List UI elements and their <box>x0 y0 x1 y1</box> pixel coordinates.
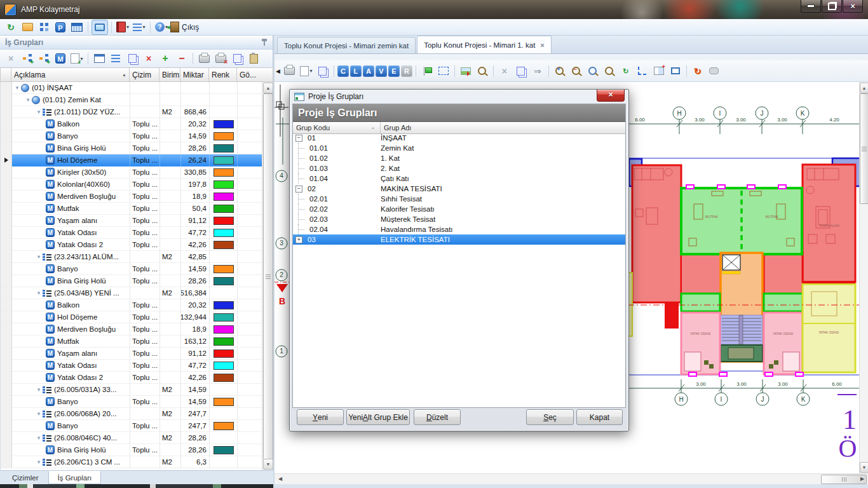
cad-delete-button[interactable]: × <box>497 64 512 78</box>
row-selector[interactable] <box>1 203 12 215</box>
dialog-column-grup-kodu[interactable]: Grup Kodu▲ <box>293 122 381 133</box>
paste-special-button[interactable]: ▾ <box>69 51 85 65</box>
table-row[interactable]: MBalkonToplu ...20,32 <box>1 118 262 130</box>
table-row[interactable]: MYatak OdasıToplu ...47,72 <box>1 227 262 239</box>
table-row[interactable]: MBina Giriş HolüToplu ...28,26 <box>1 142 262 154</box>
image-export-button[interactable] <box>458 64 473 78</box>
zoom-out-button[interactable] <box>569 64 584 78</box>
table-row[interactable]: ▾(23.243/11) ALÜM...M242,85 <box>1 251 262 263</box>
kapat-button[interactable]: Kapat <box>576 409 623 425</box>
table-row[interactable]: MMutfakToplu ...163,12 <box>1 336 262 348</box>
cad-print-button[interactable] <box>282 64 297 78</box>
dialog-column-grup-adi[interactable]: Grup Adı <box>381 122 625 133</box>
cad-scroll-down-icon[interactable]: ▼ <box>860 462 868 473</box>
cad-scroll-left-icon[interactable]: ◀ <box>276 475 285 484</box>
layer-r-button[interactable]: R <box>401 65 412 77</box>
cad-scroll-up-icon[interactable]: ▲ <box>860 83 868 93</box>
row-selector[interactable] <box>1 372 12 384</box>
table-row[interactable]: MYaşam alanıToplu ...91,12 <box>1 348 262 360</box>
table-row[interactable]: ▾(26.206/C1) 3 CM ...M26,3 <box>1 456 262 468</box>
expander-icon[interactable]: ▾ <box>35 386 43 393</box>
dialog-tree-row[interactable]: 02.04Havalandırma Tesisatı <box>293 224 625 234</box>
table-row[interactable]: MBanyoToplu ...14,59 <box>1 396 262 408</box>
regen-button[interactable]: ↻ <box>618 64 634 78</box>
row-selector[interactable] <box>1 82 12 94</box>
select-rect-button[interactable] <box>436 64 451 78</box>
table-row[interactable]: MBalkonToplu ...20,32 <box>1 299 262 311</box>
expander-icon[interactable]: ▾ <box>35 254 43 260</box>
remove-row-button[interactable]: − <box>174 51 189 65</box>
print-cancel-button[interactable] <box>213 51 228 65</box>
dialog-tree-row[interactable]: 01.04Çatı Katı <box>293 173 625 184</box>
table-row[interactable]: MBina Giriş HolüToplu ...28,26 <box>1 275 262 287</box>
column-header-aciklama[interactable]: Açıklama▲ <box>11 67 130 82</box>
table-row[interactable]: ▾(01.01) Zemin Kat <box>1 94 262 106</box>
copy-view-button[interactable] <box>315 64 330 78</box>
pin-icon[interactable] <box>261 38 268 46</box>
poz-button[interactable]: P <box>53 20 68 34</box>
row-selector[interactable] <box>1 239 12 251</box>
print-button[interactable] <box>196 51 212 65</box>
expander-icon[interactable]: ▾ <box>35 459 43 465</box>
duplicate-button[interactable] <box>125 51 140 65</box>
table-row[interactable]: MKirişler (30x50)Toplu ...330,85 <box>1 166 262 179</box>
row-selector[interactable] <box>1 456 12 468</box>
forward-button[interactable]: ⇒ <box>530 64 545 78</box>
dialog-tree-row[interactable]: −01İNŞAAT <box>293 133 625 143</box>
cad-vertical-scrollbar[interactable]: ▲ ▼ <box>859 82 868 473</box>
cad-horizontal-scrollbar[interactable]: ◀ ▶ <box>275 473 868 484</box>
row-selector[interactable] <box>1 299 12 311</box>
dialog-tree-row[interactable]: 01.01Zemin Kat <box>293 143 625 153</box>
row-selector[interactable] <box>1 94 12 106</box>
expander-icon[interactable]: ▾ <box>35 410 43 417</box>
table-row[interactable]: MHol DöşemeToplu ...132,944 <box>1 311 262 323</box>
tab-is-gruplari[interactable]: İş Grupları <box>48 471 102 484</box>
find-button[interactable] <box>475 64 490 78</box>
table-row[interactable]: ▾(26.008/046C) 40...M228,26 <box>1 432 262 444</box>
duzelt-button[interactable]: Düzelt <box>414 409 461 425</box>
dialog-tree-row[interactable]: 02.01Sıhhi Tesisat <box>293 194 625 204</box>
close-button[interactable]: × <box>843 0 863 13</box>
row-selector[interactable] <box>1 408 12 420</box>
layout-grid-button[interactable] <box>36 20 51 34</box>
column-header-renk[interactable]: Renk <box>209 67 237 82</box>
row-selector[interactable] <box>1 275 12 287</box>
layer-e-button[interactable]: E <box>388 65 400 77</box>
tree-expander-icon[interactable]: + <box>295 236 302 243</box>
row-selector[interactable] <box>1 432 12 444</box>
table-row[interactable]: ▾(21.011) DÜZ YÜZ...M2868,46 <box>1 106 262 118</box>
table-row[interactable]: MKolonlar(40X60)Toplu ...197,8 <box>1 179 262 191</box>
toolbar-overflow-icon[interactable]: ◀ <box>276 68 280 74</box>
table-row[interactable]: MYatak Odası 2Toplu ...42,26 <box>1 372 262 384</box>
refresh-button[interactable]: ↻ <box>3 20 18 34</box>
doc-tab-zemin-kat[interactable]: Toplu Konut Projesi - Mimari zemin kat <box>277 37 416 53</box>
yeni-alt-grup-ekle-button[interactable]: Yeni Alt Grup Ekle <box>346 409 410 425</box>
row-selector[interactable] <box>1 118 12 130</box>
pan-button[interactable] <box>707 64 722 78</box>
zoom-in-button[interactable] <box>552 64 567 78</box>
row-selector[interactable] <box>1 287 12 299</box>
tab-cizimler[interactable]: Çizimler <box>3 471 48 484</box>
drawing-view-toggle[interactable] <box>92 20 108 35</box>
open-project-button[interactable] <box>20 20 35 34</box>
expander-icon[interactable]: ▾ <box>35 290 43 296</box>
flag-button[interactable] <box>419 64 435 78</box>
row-selector[interactable] <box>1 142 12 154</box>
table-row[interactable]: MMutfakToplu ...50,4 <box>1 203 262 215</box>
column-header-miktar[interactable]: Miktar <box>180 67 209 82</box>
row-selector[interactable] <box>1 336 12 348</box>
dialog-tree-row[interactable]: −02MAKİNA TESİSATI <box>293 184 625 194</box>
row-selector[interactable] <box>1 166 12 179</box>
list-options-button[interactable]: ▾ <box>132 20 147 34</box>
row-selector[interactable] <box>1 106 12 118</box>
table-row[interactable]: ▾(25.043/4B) YENİ ...M2516,384 <box>1 287 262 299</box>
properties-button[interactable] <box>92 51 107 65</box>
panels-button[interactable] <box>651 64 667 78</box>
expander-icon[interactable]: ▾ <box>24 97 32 103</box>
table-row[interactable]: MYatak Odası 2Toplu ...42,26 <box>1 239 262 251</box>
zoom-window-button[interactable] <box>602 64 617 78</box>
measure-button[interactable]: M <box>53 51 68 65</box>
table-row[interactable]: ▾(26.005/031A) 33...M214,59 <box>1 384 262 396</box>
tree-expander-icon[interactable]: − <box>295 135 302 142</box>
full-frame-button[interactable] <box>668 64 683 78</box>
